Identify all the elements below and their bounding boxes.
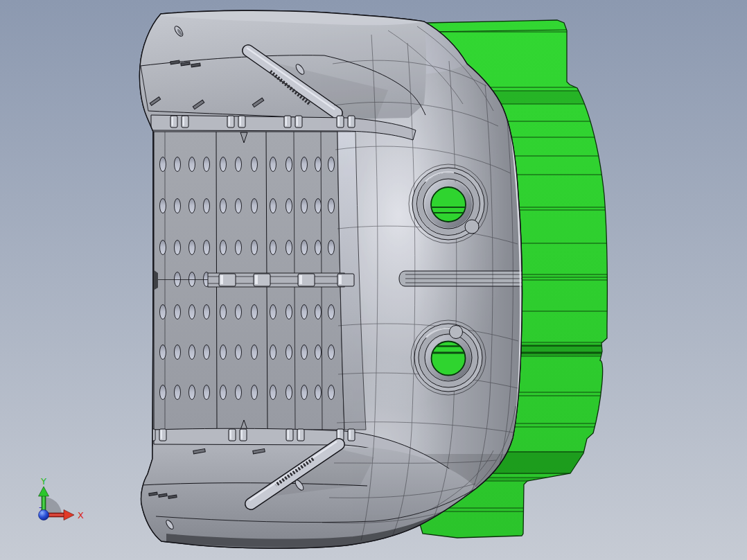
vent-slot <box>175 385 181 400</box>
vent-slot <box>252 385 258 400</box>
clip-highlight <box>349 117 351 126</box>
clip-highlight <box>338 117 340 126</box>
vent-slot <box>204 157 210 172</box>
vent-slot <box>270 385 276 400</box>
vent-slot <box>220 199 227 213</box>
vent-slot <box>252 240 258 255</box>
clip-highlight <box>255 275 258 284</box>
vent-slot <box>252 199 258 213</box>
vent-slot <box>189 199 195 213</box>
vent-slot <box>286 240 292 255</box>
vent-slot <box>160 199 166 213</box>
vent-slot <box>175 272 181 287</box>
vent-slot <box>160 240 166 255</box>
gray-part[interactable] <box>132 10 534 551</box>
vent-slot <box>301 345 308 360</box>
axis-y-label: Y <box>40 476 46 487</box>
clip-highlight <box>241 430 243 439</box>
clip-highlight <box>299 430 301 439</box>
vent-slot <box>220 305 227 320</box>
vent-slot <box>236 385 242 400</box>
upper-boss-hole <box>431 187 466 222</box>
vent-slot <box>270 157 276 172</box>
mid-rail <box>154 271 522 287</box>
vent-slot <box>220 385 227 400</box>
vent-slot <box>160 385 166 400</box>
vent-slot <box>236 305 242 320</box>
vent-slot <box>236 345 242 360</box>
clip-highlight <box>230 430 232 439</box>
vent-slot <box>175 157 181 172</box>
clip-highlight <box>220 275 223 284</box>
vent-slot <box>220 157 227 172</box>
clip-highlight <box>339 275 342 284</box>
vent-slot <box>328 157 335 172</box>
vent-slot <box>270 345 276 360</box>
cad-scene[interactable]: Z Y X <box>0 0 747 560</box>
axis-x-label: X <box>78 510 84 520</box>
vent-slot <box>301 199 308 213</box>
cad-viewport[interactable]: Z Y X <box>0 0 747 560</box>
vent-slot <box>328 199 335 213</box>
vent-slot <box>315 240 322 255</box>
clip-highlight <box>297 117 299 126</box>
vent-slot <box>315 199 322 213</box>
left-edge-tab <box>153 270 158 290</box>
vent-slot <box>315 157 322 172</box>
vent-slot <box>301 305 308 320</box>
lower-boss-notch <box>450 326 463 339</box>
vent-slot <box>189 240 195 255</box>
clip-highlight <box>299 275 302 284</box>
vent-slot <box>236 240 242 255</box>
vent-slot <box>204 199 210 213</box>
vent-slot <box>252 305 258 320</box>
vent-slot <box>315 385 322 400</box>
clip-highlight <box>349 430 351 439</box>
vent-slot <box>175 240 181 255</box>
vent-slot <box>204 240 210 255</box>
vent-slot <box>189 272 195 287</box>
vent-slot <box>315 345 322 360</box>
vent-slot <box>175 199 181 213</box>
upper-boss-notch <box>465 220 479 234</box>
clip-highlight <box>172 117 174 126</box>
vent-slot <box>189 305 195 320</box>
vent-slot <box>189 157 195 172</box>
clip-highlight <box>285 117 288 126</box>
vent-slot <box>328 345 335 360</box>
vent-slot <box>286 345 292 360</box>
vent-slot <box>286 305 292 320</box>
vent-slot <box>236 157 242 172</box>
vent-slot <box>328 240 335 255</box>
vent-slot <box>286 199 292 213</box>
vent-slot <box>175 305 181 320</box>
vent-slot <box>252 345 258 360</box>
clip-highlight <box>183 117 185 126</box>
vent-slot <box>328 385 335 400</box>
vent-slot <box>252 157 258 172</box>
vent-slot <box>204 345 210 360</box>
vent-slot <box>160 345 166 360</box>
axis-z-sphere <box>39 510 49 520</box>
vent-slot <box>175 345 181 360</box>
vent-slot <box>189 345 195 360</box>
vent-slot <box>204 305 210 320</box>
vent-slot <box>301 240 308 255</box>
clip-highlight <box>240 117 242 126</box>
vent-slot <box>328 305 335 320</box>
vent-slot <box>301 385 308 400</box>
vent-slot <box>220 240 227 255</box>
vent-slot <box>270 199 276 213</box>
vent-slot <box>270 305 276 320</box>
vent-slot <box>160 157 166 172</box>
vent-slot <box>189 385 195 400</box>
vent-slot <box>160 305 166 320</box>
vent-slot <box>286 385 292 400</box>
vent-slot <box>301 157 308 172</box>
vent-slot <box>315 305 322 320</box>
clip-highlight <box>229 117 231 126</box>
clip-highlight <box>161 430 163 439</box>
vent-slot <box>204 385 210 400</box>
clip-highlight <box>338 430 340 439</box>
clip-highlight <box>288 430 290 439</box>
